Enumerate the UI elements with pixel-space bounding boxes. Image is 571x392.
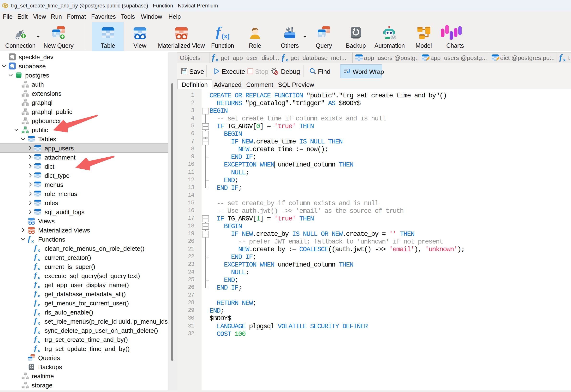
svg-text:x: x [563, 57, 566, 62]
svg-text:x: x [38, 294, 40, 297]
svg-text:x: x [286, 57, 288, 62]
svg-text:f: f [34, 263, 37, 270]
svg-text:f: f [34, 299, 37, 307]
svg-text:f: f [34, 290, 37, 297]
svg-text:f: f [34, 336, 37, 343]
svg-text:x: x [38, 275, 40, 279]
svg-text:f: f [34, 318, 37, 325]
svg-text:f: f [34, 327, 37, 334]
svg-text:x: x [38, 330, 40, 334]
svg-text:f: f [28, 236, 31, 243]
svg-text:(x): (x) [222, 33, 229, 40]
svg-text:x: x [216, 57, 218, 62]
svg-text:x: x [38, 339, 40, 343]
svg-text:x: x [38, 303, 40, 307]
svg-text:f: f [34, 245, 37, 252]
svg-text:f: f [34, 345, 37, 352]
svg-text:f: f [34, 308, 37, 316]
svg-text:x: x [38, 257, 40, 261]
svg-text:x: x [38, 248, 40, 252]
svg-text:x: x [38, 348, 40, 352]
svg-text:x: x [38, 284, 40, 288]
svg-text:f: f [282, 54, 285, 62]
svg-text:f: f [34, 254, 37, 261]
svg-text:x: x [38, 266, 40, 270]
svg-text:f: f [34, 281, 37, 288]
svg-text:x: x [31, 239, 34, 243]
svg-text:f: f [559, 54, 563, 62]
svg-text:f: f [216, 26, 222, 40]
svg-text:x: x [38, 321, 40, 325]
svg-text:f: f [34, 272, 37, 279]
svg-text:x: x [38, 312, 40, 316]
